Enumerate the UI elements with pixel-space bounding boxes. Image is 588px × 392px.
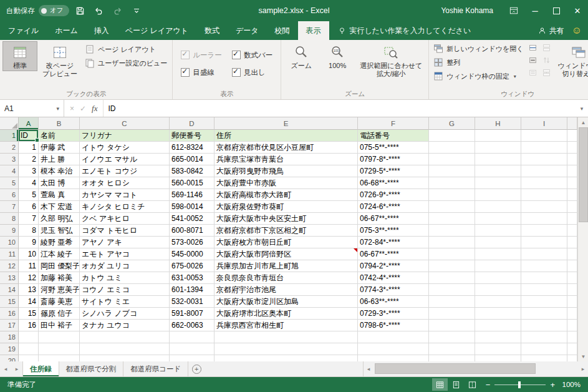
cell-I5[interactable] — [521, 177, 567, 189]
cell-F13[interactable]: 0742-4*-**** — [358, 272, 429, 284]
cell-D3[interactable]: 665-0014 — [170, 154, 214, 165]
cell-D7[interactable]: 598-0014 — [170, 201, 214, 213]
column-header-I[interactable]: I — [521, 117, 567, 130]
cell-G11[interactable] — [429, 248, 475, 260]
cell-G6[interactable] — [429, 189, 475, 201]
cell-B19[interactable] — [39, 343, 80, 355]
zoom-100-button[interactable]: 100 100% — [320, 41, 355, 71]
page-break-status-button[interactable] — [465, 378, 480, 391]
row-header-13[interactable]: 13 — [0, 272, 19, 284]
cell-A15[interactable]: 14 — [19, 296, 39, 308]
cell-H4[interactable] — [475, 165, 521, 177]
cell-F20[interactable] — [358, 355, 429, 361]
cell-D9[interactable]: 600-8071 — [170, 225, 214, 237]
cell-A17[interactable]: 16 — [19, 320, 39, 331]
cell-D18[interactable] — [170, 331, 214, 343]
tab-formulas[interactable]: 数式 — [196, 21, 228, 40]
name-box-dropdown-icon[interactable]: ▾ — [56, 105, 59, 112]
column-header-C[interactable]: C — [80, 117, 170, 130]
cell-partial-7[interactable] — [567, 201, 577, 213]
redo-button[interactable] — [110, 2, 125, 19]
normal-view-button[interactable]: 標準 — [2, 41, 37, 71]
minimize-button[interactable]: ─ — [524, 0, 546, 21]
cell-I7[interactable] — [521, 201, 567, 213]
cell-B1[interactable]: 名前 — [39, 130, 80, 142]
cell-E11[interactable]: 大阪府大阪市阿倍野区 — [214, 248, 358, 260]
cell-E14[interactable]: 京都府宇治市池尾 — [214, 284, 358, 296]
sheet-tab-jushoroku[interactable]: 住所録 — [22, 361, 59, 376]
cell-H15[interactable] — [475, 296, 521, 308]
formula-bar-checkbox[interactable]: 数式バー — [232, 51, 272, 60]
cell-B16[interactable]: 篠原 信子 — [39, 308, 80, 320]
horizontal-scrollbar[interactable]: ◂ ▸ — [363, 361, 588, 376]
cell-A2[interactable]: 1 — [19, 142, 39, 154]
cell-C10[interactable]: アヤノ アキ — [80, 237, 170, 248]
cell-H10[interactable] — [475, 237, 521, 248]
cell-G18[interactable] — [429, 331, 475, 343]
cell-F2[interactable]: 075-5**-**** — [358, 142, 429, 154]
cell-D5[interactable]: 560-0015 — [170, 177, 214, 189]
column-header-F[interactable]: F — [358, 117, 429, 130]
cell-E18[interactable] — [214, 331, 358, 343]
cell-I4[interactable] — [521, 165, 567, 177]
cell-E19[interactable] — [214, 343, 358, 355]
row-header-10[interactable]: 10 — [0, 237, 19, 248]
row-header-2[interactable]: 2 — [0, 142, 19, 154]
cell-partial-14[interactable] — [567, 284, 577, 296]
cell-G14[interactable] — [429, 284, 475, 296]
row-header-11[interactable]: 11 — [0, 248, 19, 260]
cell-G20[interactable] — [429, 355, 475, 361]
cell-partial-17[interactable] — [567, 320, 577, 331]
row-header-17[interactable]: 17 — [0, 320, 19, 331]
row-header-8[interactable]: 8 — [0, 213, 19, 225]
cell-E9[interactable]: 京都府京都市下京区相之町 — [214, 225, 358, 237]
cell-D1[interactable]: 郵便番号 — [170, 130, 214, 142]
cell-G13[interactable] — [429, 272, 475, 284]
cell-H18[interactable] — [475, 331, 521, 343]
cell-H11[interactable] — [475, 248, 521, 260]
ribbon-display-options-button[interactable] — [503, 0, 524, 21]
headings-checkbox[interactable]: 見出し — [232, 68, 272, 77]
cell-D14[interactable]: 601-1394 — [170, 284, 214, 296]
row-header-12[interactable]: 12 — [0, 260, 19, 272]
column-header-E[interactable]: E — [214, 117, 358, 130]
cell-H1[interactable] — [475, 130, 521, 142]
synchronous-scrolling-button[interactable] — [541, 56, 552, 65]
cell-I18[interactable] — [521, 331, 567, 343]
cell-A6[interactable]: 5 — [19, 189, 39, 201]
cell-A8[interactable]: 7 — [19, 213, 39, 225]
row-header-9[interactable]: 9 — [0, 225, 19, 237]
cell-D12[interactable]: 675-0026 — [170, 260, 214, 272]
cell-G5[interactable] — [429, 177, 475, 189]
cell-F17[interactable]: 0798-6*-**** — [358, 320, 429, 331]
cell-E17[interactable]: 兵庫県西宮市相生町 — [214, 320, 358, 331]
column-header-G[interactable]: G — [429, 117, 475, 130]
cell-I13[interactable] — [521, 272, 567, 284]
cell-E8[interactable]: 大阪府大阪市中央区安土町 — [214, 213, 358, 225]
cell-partial-4[interactable] — [567, 165, 577, 177]
cell-D4[interactable]: 583-0842 — [170, 165, 214, 177]
zoom-percentage[interactable]: 100% — [559, 381, 581, 388]
cell-B17[interactable]: 田中 裕子 — [39, 320, 80, 331]
cell-G7[interactable] — [429, 201, 475, 213]
cell-I9[interactable] — [521, 225, 567, 237]
cell-E20[interactable] — [214, 355, 358, 361]
cell-B10[interactable]: 綾野 亜希 — [39, 237, 80, 248]
tab-view[interactable]: 表示 — [298, 21, 329, 40]
zoom-in-button[interactable]: + — [550, 380, 555, 390]
view-side-by-side-button[interactable] — [541, 43, 552, 52]
cell-B5[interactable]: 太田 博 — [39, 177, 80, 189]
cell-G16[interactable] — [429, 308, 475, 320]
normal-view-status-button[interactable] — [432, 378, 448, 391]
cell-D13[interactable]: 631-0053 — [170, 272, 214, 284]
cell-H20[interactable] — [475, 355, 521, 361]
tab-home[interactable]: ホーム — [47, 21, 86, 40]
cell-B15[interactable]: 斎藤 美恵 — [39, 296, 80, 308]
cell-A4[interactable]: 3 — [19, 165, 39, 177]
cell-D15[interactable]: 532-0031 — [170, 296, 214, 308]
cell-A19[interactable] — [19, 343, 39, 355]
cell-E12[interactable]: 兵庫県加古川市尾上町旭 — [214, 260, 358, 272]
cell-F1[interactable]: 電話番号 — [358, 130, 429, 142]
cell-B11[interactable]: 江本 綾子 — [39, 248, 80, 260]
page-break-preview-button[interactable]: 改ページ プレビュー — [39, 41, 81, 79]
